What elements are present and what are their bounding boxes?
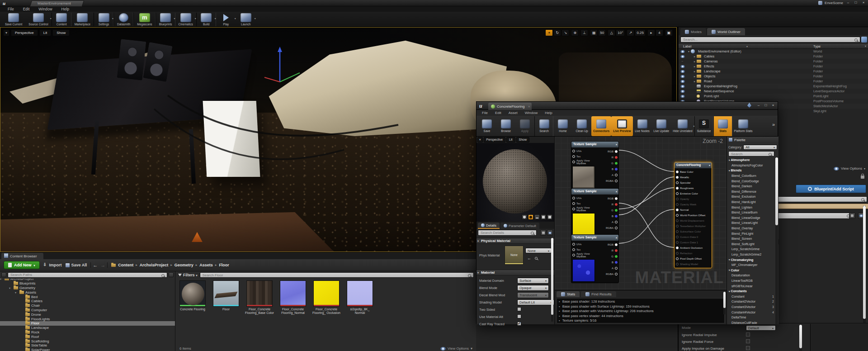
pin-icon[interactable] <box>615 180 618 182</box>
visibility-eye-icon[interactable] <box>680 80 685 82</box>
outliner-row[interactable]: ▸ Cables Folder <box>679 54 868 59</box>
detail-checkbox[interactable] <box>517 314 521 318</box>
back-arrow-icon[interactable]: ← <box>93 262 98 268</box>
material-input-pin[interactable]: Shading Model <box>676 261 710 267</box>
output-pin[interactable]: RGBA <box>599 225 618 231</box>
folder-tree-row[interactable]: Computer <box>0 308 175 313</box>
material-input-pin[interactable]: Custom Data 1 <box>676 240 710 245</box>
browse-to-asset-icon[interactable] <box>535 257 538 260</box>
stats-tab[interactable]: Find Results <box>581 291 616 297</box>
menu-item[interactable]: File <box>4 7 18 11</box>
details-scrollbar[interactable] <box>863 206 866 323</box>
rotation-snap-value[interactable]: 10° <box>616 29 625 36</box>
menu-item[interactable]: Window <box>521 111 541 115</box>
folder-tree-row[interactable]: Roof <box>0 334 175 339</box>
menu-item[interactable]: Edit <box>19 7 34 11</box>
visibility-eye-icon[interactable] <box>680 70 685 72</box>
node-header[interactable]: Texture Sample <box>571 142 618 147</box>
visibility-eye-icon[interactable] <box>680 75 685 77</box>
maximize-button[interactable] <box>763 103 769 108</box>
input-pin[interactable]: Apply View MipBias <box>572 206 599 212</box>
palette-item[interactable]: DistanceCullFade <box>727 320 776 324</box>
cb-view-options[interactable]: View Options ▾ <box>440 346 472 351</box>
close-button[interactable] <box>770 103 776 108</box>
search-paths-input[interactable] <box>8 272 167 278</box>
material-input-pin[interactable]: Ambient Occlusion <box>676 245 710 251</box>
asset-card[interactable]: sl2qedtp_8K_ Normal <box>345 280 375 315</box>
palette-item[interactable]: Lerp_ScratchGrime2 <box>727 252 776 257</box>
visibility-eye-icon[interactable] <box>680 90 685 92</box>
folder-tree-row[interactable]: ▾ ArchvisProject <box>0 279 175 281</box>
display-filter-eye-icon[interactable] <box>547 230 553 236</box>
add-new-button[interactable]: Add New▾ <box>4 261 40 269</box>
content-browser-tab[interactable]: Content Browser <box>1 253 43 259</box>
palette-item[interactable]: Blend_LinearDodge <box>727 215 776 221</box>
output-pin[interactable]: R <box>599 247 618 253</box>
stats-scrollbar[interactable] <box>723 292 726 314</box>
palette-search-input[interactable] <box>728 151 774 157</box>
input-pin[interactable]: Apply View MipBias <box>572 252 599 258</box>
forward-arrow-icon[interactable]: → <box>100 262 105 268</box>
texture-sample-node[interactable]: Texture Sample UVsTexApply View MipBias … <box>571 234 619 283</box>
expand-arrow-icon[interactable]: ▾ <box>15 291 18 294</box>
detail-checkbox[interactable] <box>517 307 521 311</box>
node-header[interactable]: ConcreteFlooring <box>675 162 712 168</box>
menu-item[interactable]: Window <box>34 7 56 11</box>
palette-item[interactable]: Constant3Vector 3 <box>727 304 776 310</box>
outliner-row[interactable]: ▾ MasterEnvironement (Editor) World <box>679 49 868 54</box>
scale-tool-icon[interactable]: ↘ <box>561 29 569 36</box>
pin-icon[interactable] <box>572 202 575 205</box>
menu-item[interactable]: Help <box>57 7 73 11</box>
pin-icon[interactable] <box>615 174 618 176</box>
pin-icon[interactable] <box>572 161 575 163</box>
pin-icon[interactable] <box>615 209 618 212</box>
palette-item[interactable]: sRGBToLinear <box>727 283 776 289</box>
pin-icon[interactable] <box>572 150 575 152</box>
dock-tab[interactable]: World Outliner <box>707 28 745 35</box>
palette-item[interactable]: Blend_Darken <box>727 184 776 189</box>
filters-button[interactable]: Filters▾ <box>178 273 198 277</box>
palette-item[interactable]: MF_Chromakeyer <box>727 262 776 268</box>
material-input-pin[interactable]: World Position Offset <box>676 213 710 218</box>
paths-list-icon[interactable] <box>169 272 174 277</box>
toolbar-button[interactable]: Blueprints <box>156 13 175 26</box>
input-pin[interactable]: UVs <box>572 148 599 154</box>
input-pin[interactable]: Tex <box>572 247 599 252</box>
output-pin[interactable]: RGBA <box>599 178 618 184</box>
pin-icon[interactable] <box>676 247 679 249</box>
outliner-filter-icon[interactable] <box>861 37 867 43</box>
pin-icon[interactable] <box>676 192 679 195</box>
preview-shape-sphere-icon[interactable] <box>528 214 533 220</box>
node-header[interactable]: Texture Sample <box>571 189 618 194</box>
palette-item[interactable]: Color <box>727 267 776 273</box>
expand-arrow-icon[interactable]: ▸ <box>693 60 697 63</box>
output-pin[interactable]: B <box>599 166 618 172</box>
viewport-lit-button[interactable]: Lit <box>39 29 51 36</box>
outliner-row[interactable]: NewLevelSequence LevelSequenceActor <box>679 89 868 94</box>
output-pin[interactable]: B <box>599 259 618 265</box>
output-pin[interactable]: R <box>599 154 618 160</box>
palette-item[interactable]: Constant2Vector 2 <box>727 299 776 304</box>
outliner-row[interactable]: ▸ Road Folder <box>679 79 868 84</box>
palette-item[interactable]: Chromakeying <box>727 257 776 262</box>
toolbar-button[interactable]: Marketplace <box>71 13 94 26</box>
palette-item[interactable]: Blends <box>727 168 776 173</box>
toolbar-button[interactable]: Megascans <box>133 13 155 26</box>
menu-item[interactable]: Edit <box>491 111 505 115</box>
output-pin[interactable]: R <box>599 201 618 207</box>
palette-item[interactable]: Blend_Exclusion <box>727 194 776 199</box>
pin-icon[interactable] <box>676 263 679 266</box>
breadcrumb-segment[interactable]: ArchvisProject <box>140 263 172 267</box>
pin-icon[interactable] <box>676 203 679 206</box>
material-input-pin[interactable]: Pixel Depth Offset <box>676 256 710 261</box>
palette-item[interactable]: Blend_LinearBurn <box>727 210 776 215</box>
tab-close-icon[interactable]: × <box>528 105 530 108</box>
material-input-pin[interactable]: World Displacement <box>676 218 710 223</box>
scale-snap-icon[interactable]: ↗ <box>627 29 634 36</box>
material-input-pin[interactable]: Opacity Mask <box>676 202 710 207</box>
expand-arrow-icon[interactable]: ▸ <box>693 70 697 73</box>
pin-icon[interactable] <box>676 176 679 179</box>
phys-material-thumbnail[interactable]: None <box>505 246 524 265</box>
toolbar-overflow-chevron[interactable]: » <box>772 122 775 127</box>
pin-icon[interactable] <box>676 187 679 190</box>
